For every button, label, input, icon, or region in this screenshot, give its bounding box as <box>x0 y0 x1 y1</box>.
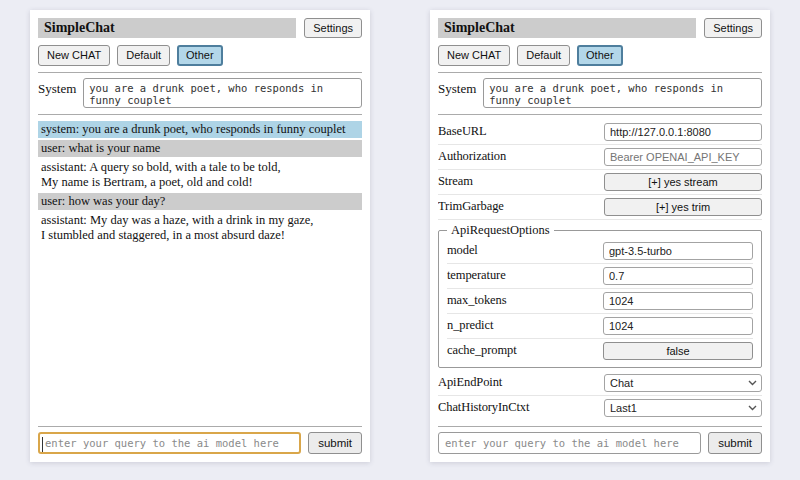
setting-row-n-predict: n_predict <box>447 314 753 339</box>
trimgarbage-toggle-button[interactable]: [+] yes trim <box>604 198 762 216</box>
panel-header: SimpleChat Settings <box>38 18 362 38</box>
stream-toggle-button[interactable]: [+] yes stream <box>604 173 762 191</box>
api-request-options-group: ApiRequestOptions model temperature max_… <box>438 223 762 368</box>
system-label: System <box>438 78 476 97</box>
session-tab-other[interactable]: Other <box>177 45 223 65</box>
max-tokens-label: max_tokens <box>447 293 506 308</box>
query-row: submit <box>38 432 362 454</box>
system-prompt-input[interactable]: you are a drunk poet, who responds in fu… <box>83 78 362 108</box>
baseurl-label: BaseURL <box>438 124 487 139</box>
chat-history-select-wrap: Last1 <box>604 399 762 417</box>
settings-list: BaseURL Authorization Stream [+] yes str… <box>438 120 762 420</box>
system-prompt-input[interactable]: you are a drunk poet, who responds in fu… <box>483 78 762 108</box>
divider <box>38 426 362 427</box>
authorization-input[interactable] <box>604 148 762 166</box>
divider <box>38 114 362 115</box>
n-predict-input[interactable] <box>603 317 753 335</box>
setting-row-stream: Stream [+] yes stream <box>438 170 762 195</box>
new-chat-button[interactable]: New CHAT <box>438 45 510 65</box>
api-endpoint-select-wrap: Chat <box>604 374 762 392</box>
api-endpoint-label: ApiEndPoint <box>438 375 502 390</box>
settings-button[interactable]: Settings <box>704 18 762 38</box>
trimgarbage-label: TrimGarbage <box>438 199 504 214</box>
setting-row-max-tokens: max_tokens <box>447 289 753 314</box>
setting-row-chat-history: ChatHistoryInCtxt Last1 <box>438 396 762 420</box>
divider <box>38 72 362 73</box>
chat-session-toolbar: New CHAT Default Other <box>438 45 762 65</box>
chat-log[interactable]: system: you are a drunk poet, who respon… <box>38 121 362 420</box>
system-label: System <box>38 78 76 97</box>
text-caret <box>42 437 43 452</box>
query-input-wrap <box>38 432 301 454</box>
model-label: model <box>447 243 478 258</box>
chat-history-select[interactable]: Last1 <box>604 399 762 417</box>
setting-row-model: model <box>447 239 753 264</box>
setting-row-baseurl: BaseURL <box>438 120 762 145</box>
submit-button[interactable]: submit <box>708 432 762 454</box>
session-tab-default[interactable]: Default <box>517 45 570 65</box>
temperature-input[interactable] <box>603 267 753 285</box>
authorization-label: Authorization <box>438 149 506 164</box>
query-input-wrap <box>438 432 701 454</box>
setting-row-cache-prompt: cache_prompt false <box>447 339 753 363</box>
divider <box>438 114 762 115</box>
settings-button[interactable]: Settings <box>304 18 362 38</box>
system-prompt-row: System you are a drunk poet, who respond… <box>438 78 762 108</box>
chat-panel: SimpleChat Settings New CHAT Default Oth… <box>30 10 370 462</box>
chat-message-user: user: how was your day? <box>38 193 362 210</box>
max-tokens-input[interactable] <box>603 292 753 310</box>
settings-panel: SimpleChat Settings New CHAT Default Oth… <box>430 10 770 462</box>
cache-prompt-toggle-button[interactable]: false <box>603 342 753 360</box>
setting-row-api-endpoint: ApiEndPoint Chat <box>438 371 762 396</box>
setting-row-temperature: temperature <box>447 264 753 289</box>
query-row: submit <box>438 432 762 454</box>
stream-label: Stream <box>438 174 473 189</box>
chat-message-assistant: assistant: A query so bold, with a tale … <box>38 159 362 191</box>
session-tab-other[interactable]: Other <box>577 45 623 65</box>
setting-row-trimgarbage: TrimGarbage [+] yes trim <box>438 195 762 220</box>
model-input[interactable] <box>603 242 753 260</box>
baseurl-input[interactable] <box>604 123 762 141</box>
app-title: SimpleChat <box>438 18 696 38</box>
session-tab-default[interactable]: Default <box>117 45 170 65</box>
cache-prompt-label: cache_prompt <box>447 343 517 358</box>
divider <box>438 426 762 427</box>
chat-message-user: user: what is your name <box>38 140 362 157</box>
chat-session-toolbar: New CHAT Default Other <box>38 45 362 65</box>
n-predict-label: n_predict <box>447 318 493 333</box>
temperature-label: temperature <box>447 268 506 283</box>
query-input[interactable] <box>38 432 301 454</box>
api-request-options-legend: ApiRequestOptions <box>447 223 554 238</box>
panel-header: SimpleChat Settings <box>438 18 762 38</box>
submit-button[interactable]: submit <box>308 432 362 454</box>
query-input[interactable] <box>438 432 701 454</box>
app-title: SimpleChat <box>38 18 296 38</box>
divider <box>438 72 762 73</box>
system-prompt-row: System you are a drunk poet, who respond… <box>38 78 362 108</box>
chat-message-assistant: assistant: My day was a haze, with a dri… <box>38 212 362 244</box>
setting-row-authorization: Authorization <box>438 145 762 170</box>
chat-history-label: ChatHistoryInCtxt <box>438 400 529 415</box>
new-chat-button[interactable]: New CHAT <box>38 45 110 65</box>
chat-message-system: system: you are a drunk poet, who respon… <box>38 121 362 138</box>
api-endpoint-select[interactable]: Chat <box>604 374 762 392</box>
